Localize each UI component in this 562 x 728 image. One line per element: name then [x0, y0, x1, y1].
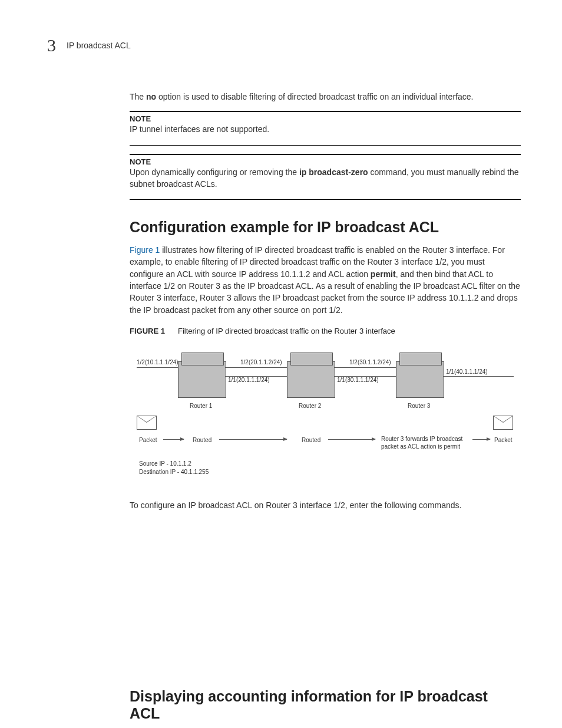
arrow-3: [328, 439, 375, 440]
intro-paragraph: The no option is used to disable filteri…: [130, 91, 521, 103]
router2-label: Router 2: [299, 403, 321, 409]
packet-icon-right: [493, 416, 513, 430]
chapter-title: IP broadcast ACL: [67, 41, 131, 50]
figure-1-link[interactable]: Figure 1: [130, 245, 160, 255]
router-3-top: [399, 353, 442, 365]
source-ip: Source IP - 10.1.1.2: [139, 460, 191, 467]
router3-label: Router 3: [408, 403, 430, 409]
chapter-number: 3: [47, 35, 56, 55]
routed2-label: Routed: [302, 437, 320, 443]
packet-left-label: Packet: [139, 437, 157, 443]
config-text: To configure an IP broadcast ACL on Rout…: [130, 499, 521, 511]
note2-label: NOTE: [130, 157, 521, 166]
line-r2-r3-top: [334, 367, 396, 368]
figure-caption-text: Filtering of IP directed broadcast traff…: [178, 327, 395, 335]
r2-right-bot-port: 1/1(30.1.1.1/24): [337, 377, 379, 383]
forward-text: Router 3 forwards IP broadcast packet as…: [381, 435, 475, 450]
arrow-2: [219, 439, 287, 440]
line-r1-r2-top: [225, 367, 287, 368]
section2-heading: Displaying accounting information for IP…: [130, 688, 521, 722]
packet-icon-left: [137, 416, 157, 430]
section1-permit-cmd: permit: [371, 269, 396, 279]
figure-label: FIGURE 1: [130, 327, 165, 335]
line-r1-left: [137, 367, 178, 368]
intro-before: The: [130, 92, 146, 101]
arrow-4: [472, 439, 490, 440]
section1-paragraph: Figure 1 illustrates how filtering of IP…: [130, 244, 521, 316]
r2-right-top-port: 1/2(30.1.1.2/24): [349, 359, 391, 365]
figure-diagram: 1/2(10.1.1.1/24) 1/2(20.1.1.2/24) 1/1(20…: [137, 344, 514, 485]
router-2-top: [290, 353, 333, 365]
note-box-1: NOTE IP tunnel interfaces are not suppor…: [130, 111, 521, 145]
r1-right-top-port: 1/2(20.1.1.2/24): [240, 359, 282, 365]
note2-before: Upon dynamically configuring or removing…: [130, 167, 299, 177]
packet-right-label: Packet: [494, 437, 513, 443]
arrow-1: [163, 439, 184, 440]
page-header: 3 IP broadcast ACL: [47, 35, 521, 55]
section1-heading: Configuration example for IP broadcast A…: [130, 219, 521, 236]
dest-ip: Destination IP - 40.1.1.255: [139, 469, 209, 475]
router-2-box: [287, 361, 335, 398]
router-1-top: [181, 353, 224, 365]
note2-cmd: ip broadcast-zero: [299, 167, 368, 177]
intro-after: option is used to disable filtering of d…: [156, 92, 473, 101]
router-3-box: [396, 361, 444, 398]
routed1-label: Routed: [193, 437, 211, 443]
note1-label: NOTE: [130, 114, 521, 123]
router1-label: Router 1: [190, 403, 212, 409]
r1-right-bot-port: 1/1(20.1.1.1/24): [228, 377, 270, 383]
router-1-box: [178, 361, 226, 398]
note2-text: Upon dynamically configuring or removing…: [130, 166, 521, 190]
note1-text: IP tunnel interfaces are not supported.: [130, 123, 521, 135]
r3-right-port: 1/1(40.1.1.1/24): [446, 368, 488, 375]
figure-caption: FIGURE 1Filtering of IP directed broadca…: [130, 327, 521, 335]
note-box-2: NOTE Upon dynamically configuring or rem…: [130, 154, 521, 200]
line-r3-right: [443, 376, 514, 377]
intro-cmd-no: no: [146, 92, 156, 101]
r1-left-port: 1/2(10.1.1.1/24): [137, 359, 178, 365]
